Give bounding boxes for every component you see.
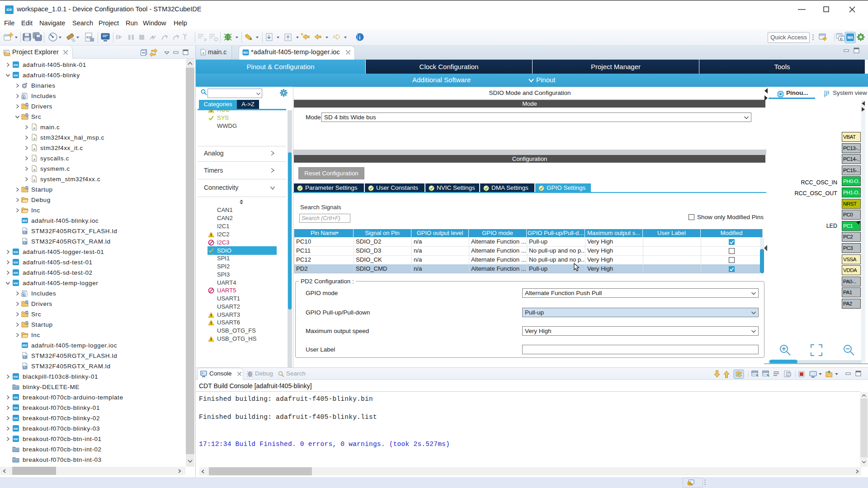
svg-text:MX: MX [848, 35, 854, 40]
svg-text:MX: MX [243, 51, 248, 54]
svg-text:.c: .c [202, 51, 204, 55]
svg-text:C: C [840, 37, 843, 41]
